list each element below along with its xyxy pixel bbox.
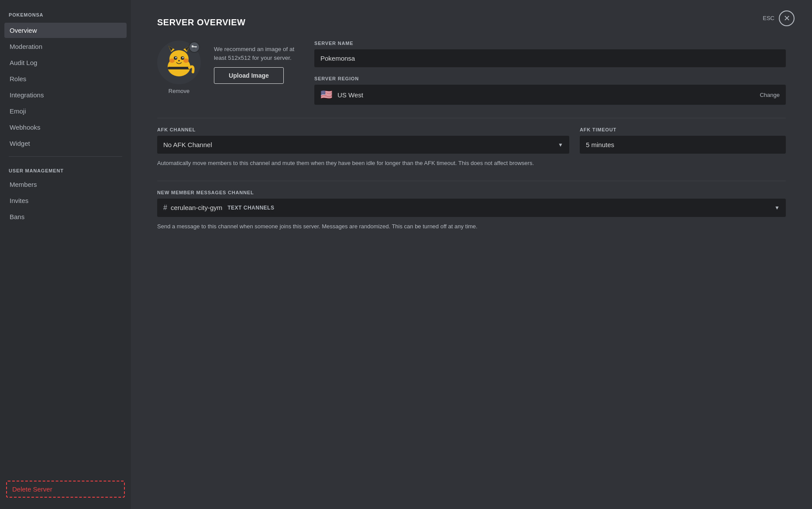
sidebar-item-moderation[interactable]: Moderation xyxy=(4,39,127,54)
user-management-label: USER MANAGEMENT xyxy=(4,162,127,176)
upload-image-button[interactable]: Upload Image xyxy=(214,67,284,84)
server-region-row: 🇺🇸 US West Change xyxy=(314,85,786,105)
server-region-field: SERVER REGION 🇺🇸 US West Change xyxy=(314,76,786,105)
sidebar-item-integrations[interactable]: Integrations xyxy=(4,87,127,103)
new-member-label: NEW MEMBER MESSAGES CHANNEL xyxy=(157,190,786,195)
afk-row: AFK CHANNEL No AFK Channel ▼ AFK TIMEOUT… xyxy=(157,127,786,154)
close-button[interactable]: ✕ xyxy=(779,10,795,26)
new-member-description: Send a message to this channel when some… xyxy=(157,222,550,231)
new-member-channel-select[interactable]: # cerulean-city-gym TEXT CHANNELS ▼ xyxy=(157,199,786,217)
server-icon-section: Remove xyxy=(157,41,201,94)
channel-select-chevron-icon: ▼ xyxy=(774,205,780,211)
region-name: US West xyxy=(337,91,754,99)
server-icon-remove-label[interactable]: Remove xyxy=(169,88,189,94)
new-member-section: NEW MEMBER MESSAGES CHANNEL # cerulean-c… xyxy=(157,190,786,231)
afk-timeout-label: AFK TIMEOUT xyxy=(580,127,786,132)
server-name-field: SERVER NAME xyxy=(314,41,786,67)
overview-top: Remove We recommend an image of at least… xyxy=(157,41,786,105)
sidebar: POKEMONSA Overview Moderation Audit Log … xyxy=(0,0,131,509)
svg-point-9 xyxy=(182,57,184,58)
channel-name: cerulean-city-gym xyxy=(171,204,222,211)
delete-server-button[interactable]: Delete Server xyxy=(6,481,125,498)
region-flag-icon: 🇺🇸 xyxy=(320,89,332,100)
sidebar-item-roles[interactable]: Roles xyxy=(4,71,127,86)
sidebar-item-audit-log[interactable]: Audit Log xyxy=(4,55,127,70)
afk-timeout-value: 5 minutes xyxy=(580,136,786,154)
hash-icon: # xyxy=(163,204,167,212)
svg-point-10 xyxy=(169,58,175,63)
afk-description: Automatically move members to this chann… xyxy=(157,159,550,168)
afk-section: AFK CHANNEL No AFK Channel ▼ AFK TIMEOUT… xyxy=(157,127,786,168)
section-divider-2 xyxy=(157,181,786,181)
sidebar-divider-1 xyxy=(9,156,122,157)
sidebar-item-members[interactable]: Members xyxy=(4,177,127,192)
sidebar-item-overview[interactable]: Overview xyxy=(4,23,127,38)
sidebar-server-name: POKEMONSA xyxy=(4,9,127,22)
server-icon-add-button[interactable] xyxy=(189,41,200,53)
change-region-button[interactable]: Change xyxy=(760,92,780,98)
svg-rect-13 xyxy=(168,67,190,69)
afk-channel-select-wrapper: No AFK Channel ▼ xyxy=(157,136,569,154)
main-content: ✕ ESC SERVER OVERVIEW xyxy=(131,0,812,509)
sidebar-item-webhooks[interactable]: Webhooks xyxy=(4,120,127,135)
svg-point-8 xyxy=(175,57,177,58)
sidebar-item-widget[interactable]: Widget xyxy=(4,136,127,151)
svg-point-12 xyxy=(178,60,180,62)
server-region-label: SERVER REGION xyxy=(314,76,786,81)
sidebar-item-emoji[interactable]: Emoji xyxy=(4,103,127,119)
esc-label: ESC xyxy=(763,15,774,21)
upload-hint-text: We recommend an image of at least 512x51… xyxy=(214,45,301,63)
svg-point-11 xyxy=(183,58,189,63)
page-title: SERVER OVERVIEW xyxy=(157,17,786,28)
afk-channel-col: AFK CHANNEL No AFK Channel ▼ xyxy=(157,127,569,154)
afk-channel-label: AFK CHANNEL xyxy=(157,127,569,132)
server-name-label: SERVER NAME xyxy=(314,41,786,46)
channel-category: TEXT CHANNELS xyxy=(227,205,274,211)
afk-channel-select[interactable]: No AFK Channel xyxy=(157,136,569,154)
server-name-section: SERVER NAME SERVER REGION 🇺🇸 US West Cha… xyxy=(314,41,786,105)
svg-rect-15 xyxy=(192,45,193,46)
server-icon-hint: We recommend an image of at least 512x51… xyxy=(214,41,301,84)
server-name-input[interactable] xyxy=(314,49,786,67)
sidebar-item-bans[interactable]: Bans xyxy=(4,209,127,224)
section-divider-1 xyxy=(157,118,786,118)
svg-rect-16 xyxy=(194,47,194,49)
server-icon-wrapper xyxy=(157,41,201,84)
afk-timeout-col: AFK TIMEOUT 5 minutes xyxy=(580,127,786,154)
sidebar-item-invites[interactable]: Invites xyxy=(4,193,127,208)
